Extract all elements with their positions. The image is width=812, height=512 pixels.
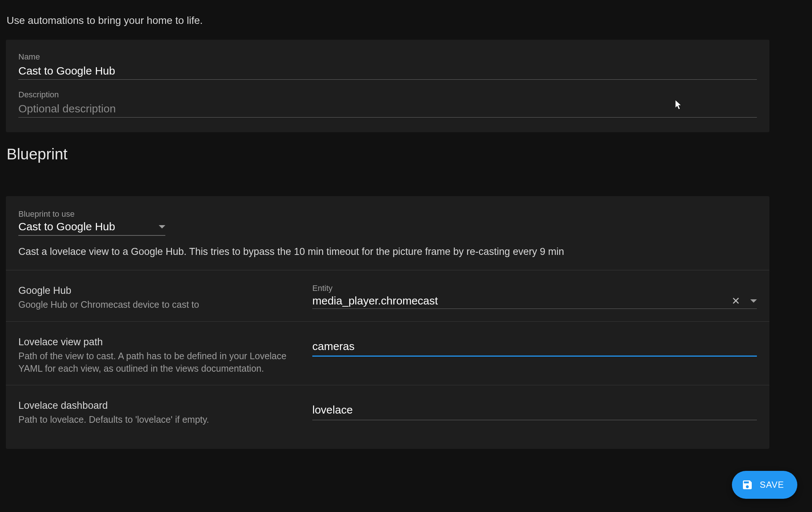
name-input[interactable] xyxy=(18,64,757,78)
save-button[interactable]: SAVE xyxy=(732,471,797,499)
chevron-down-icon xyxy=(159,225,165,228)
param-view-path-help: Path of the view to cast. A path has to … xyxy=(18,350,298,375)
dashboard-input[interactable] xyxy=(312,399,757,418)
description-input[interactable] xyxy=(18,102,757,116)
param-google-hub: Google Hub Google Hub or Chromecast devi… xyxy=(18,281,757,321)
entity-label: Entity xyxy=(312,284,757,293)
intro-text: Use automations to bring your home to li… xyxy=(6,15,806,26)
view-path-field[interactable] xyxy=(312,335,757,357)
save-button-label: SAVE xyxy=(760,480,784,490)
param-google-hub-title: Google Hub xyxy=(18,285,298,296)
blueprint-select-value[interactable]: Cast to Google Hub xyxy=(18,220,154,233)
blueprint-card: Blueprint to use Cast to Google Hub Cast… xyxy=(6,196,769,449)
blueprint-section-title: Blueprint xyxy=(6,145,806,163)
blueprint-select-label: Blueprint to use xyxy=(18,209,165,219)
name-field[interactable]: Name xyxy=(18,52,757,80)
dashboard-field[interactable] xyxy=(312,399,757,420)
param-view-path: Lovelace view path Path of the view to c… xyxy=(18,332,757,385)
description-field[interactable]: Description xyxy=(18,90,757,118)
chevron-down-icon[interactable] xyxy=(750,299,757,303)
param-dashboard-title: Lovelace dashboard xyxy=(18,400,298,411)
divider xyxy=(6,270,769,270)
divider xyxy=(6,321,769,322)
blueprint-select[interactable]: Blueprint to use Cast to Google Hub xyxy=(18,209,165,236)
entity-input[interactable] xyxy=(312,295,726,307)
param-dashboard-help: Path to lovelace. Defaults to 'lovelace'… xyxy=(18,414,298,426)
divider xyxy=(6,385,769,385)
param-google-hub-help: Google Hub or Chromecast device to cast … xyxy=(18,299,298,311)
view-path-input[interactable] xyxy=(312,335,757,354)
clear-icon[interactable]: ✕ xyxy=(726,295,745,307)
save-icon xyxy=(741,479,753,491)
entity-field[interactable]: Entity ✕ xyxy=(312,284,757,309)
param-dashboard: Lovelace dashboard Path to lovelace. Def… xyxy=(18,396,757,436)
automation-basic-card: Name Description xyxy=(6,40,769,132)
name-label: Name xyxy=(18,52,757,62)
blueprint-description: Cast a lovelace view to a Google Hub. Th… xyxy=(18,246,757,257)
param-view-path-title: Lovelace view path xyxy=(18,336,298,348)
description-label: Description xyxy=(18,90,757,100)
